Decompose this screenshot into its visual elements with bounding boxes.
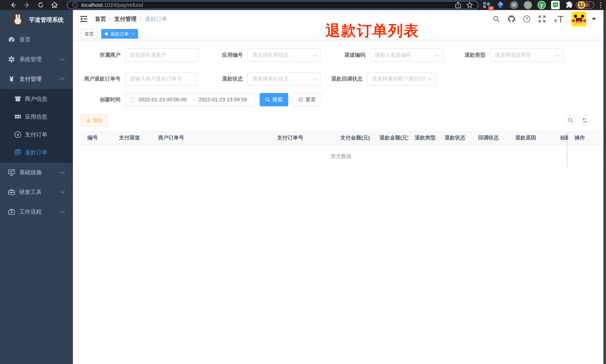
sidebar-item-label: 基础设施 [19, 169, 42, 176]
url-path: :1024/pay/refund [103, 2, 143, 8]
chevron-down-icon [313, 76, 317, 80]
green-dot [526, 3, 530, 7]
site-info-icon[interactable]: i [72, 2, 78, 8]
app-logo[interactable]: 芋道管理系统 [0, 10, 73, 30]
col-refund-type: 退款类型 [408, 134, 438, 141]
browser-home-button[interactable] [50, 0, 60, 10]
sidebar-item-payment[interactable]: ¥ 支付管理 [0, 69, 73, 89]
extension-icon-chat[interactable] [550, 0, 561, 10]
y-glyph: y [540, 2, 543, 8]
date-start-value[interactable]: 2022-01-23 00:00:00 [138, 97, 190, 103]
refund-status-select[interactable]: 请选择退款状态 [247, 72, 321, 86]
browser-update-button[interactable]: 更新 [576, 1, 594, 9]
sidebar-item-workflow[interactable]: 工作流程 [0, 202, 73, 221]
browser-menu-icon[interactable] [600, 2, 602, 8]
placeholder-text: 请输入商户退款订单号 [130, 75, 192, 82]
document-copy-icon [14, 149, 22, 156]
col-id: 编号 [81, 134, 112, 141]
user-avatar[interactable] [571, 12, 586, 26]
fullscreen-icon[interactable] [538, 15, 546, 23]
sidebar-item-refund-order[interactable]: 退款订单 [0, 143, 73, 161]
channel-select[interactable]: 请输入渠道编码 [370, 48, 443, 62]
sidebar-item-dev-tools[interactable]: 研发工具 [0, 182, 73, 202]
sidebar-item-label: 工作流程 [19, 208, 42, 216]
payment-submenu: 商户信息 应用信息 ¥ 支付订单 退款订单 [0, 89, 73, 162]
reset-button-label: 重置 [305, 96, 316, 103]
extensions-puzzle-icon[interactable] [564, 0, 574, 10]
bookmark-star-icon[interactable] [466, 2, 473, 8]
breadcrumb-home[interactable]: 首页 [95, 15, 106, 23]
table-grid-icon [14, 113, 22, 120]
col-operation: 操作 [568, 134, 585, 141]
date-range-separator: - [193, 97, 195, 103]
tag-label: 退款订单 [110, 31, 129, 37]
refresh-button[interactable] [579, 115, 590, 126]
table-header-row: 编号 支付渠道 商户订单号 支付订单号 支付金额(元) 退款金额(元) 退款类型… [81, 131, 602, 145]
page-scrollbar[interactable] [603, 10, 606, 364]
col-refund-reason: 退款原因 [509, 134, 553, 141]
toggle-search-button[interactable] [565, 115, 576, 126]
avatar-dropdown-caret[interactable] [592, 18, 596, 20]
filter-label-merchant: 所属商户 [81, 52, 120, 59]
app-select[interactable]: 请选择应用信息 [247, 48, 321, 62]
yen-circle-icon: ¥ [14, 131, 22, 138]
date-end-value[interactable]: 2022-01-23 23:59:59 [199, 97, 250, 103]
filter-label-channel: 渠道编码 [342, 52, 365, 59]
col-pay-amount: 支付金额(元) [334, 134, 373, 141]
breadcrumb-payment[interactable]: 支付管理 [114, 15, 136, 23]
tag-refund-order[interactable]: 退款订单 × [101, 29, 138, 39]
font-size-icon[interactable] [553, 15, 564, 23]
sidebar-item-home[interactable]: 首页 [0, 30, 73, 50]
sidebar-item-label: 首页 [19, 36, 30, 43]
merchant-refund-no-input[interactable]: 请输入商户退款订单号 [125, 72, 197, 86]
browser-back-button[interactable] [8, 0, 18, 10]
empty-text: 暂无数据 [331, 153, 352, 160]
date-range-picker[interactable]: 2022-01-23 00:00:00 - 2022-01-23 23:59:5… [125, 93, 255, 106]
browser-reload-button[interactable] [36, 0, 46, 10]
refund-type-select[interactable]: 请选择退款类型 [490, 48, 564, 62]
filter-label-merchant-refund-no: 商户退款订单号 [81, 75, 120, 82]
sidebar-item-system[interactable]: 系统管理 [0, 50, 73, 69]
tag-home[interactable]: 首页 [81, 29, 97, 39]
placeholder-text: 请选择退款状态 [252, 75, 311, 82]
svg-text:¥: ¥ [17, 133, 19, 137]
extension-icon-command[interactable]: ⌘ [509, 0, 519, 10]
col-refund-amount: 退款金额(元) [373, 134, 408, 141]
sidebar-item-label: 支付订单 [25, 131, 47, 139]
reset-button[interactable]: 重置 [293, 93, 321, 106]
filter-label-refund-status: 退款状态 [219, 75, 243, 82]
extension-icon-blue-kite[interactable] [495, 0, 506, 10]
extension-badge: 10 [488, 6, 494, 10]
export-button[interactable]: 导出 [81, 115, 108, 126]
sidebar-toggle-icon[interactable] [79, 15, 88, 23]
address-bar[interactable]: i localhost:1024/pay/refund [67, 1, 478, 9]
annotation-title: 退款订单列表 [326, 21, 419, 41]
active-dot [105, 32, 108, 35]
extension-icon-grid-diamond[interactable]: 10 [481, 0, 492, 10]
notify-status-select[interactable]: 请选择通知商户退款结果 [367, 72, 436, 86]
tag-close-icon[interactable]: × [132, 31, 134, 37]
command-glyph: ⌘ [512, 2, 516, 8]
sidebar-item-merchant-info[interactable]: 商户信息 [0, 90, 73, 108]
filter-row-1: 所属商户 请选择所属商户 应用编号 请选择应用信息 渠道编码 请输入渠道编码 退… [81, 48, 602, 62]
help-icon[interactable]: ? [523, 15, 531, 23]
chevron-down-icon [60, 56, 65, 61]
placeholder-text: 请输入渠道编码 [375, 52, 433, 59]
search-icon[interactable] [492, 15, 500, 23]
browser-forward-button[interactable] [22, 0, 32, 10]
sidebar-item-app-info[interactable]: 应用信息 [0, 108, 73, 126]
merchant-select[interactable]: 请选择所属商户 [125, 48, 199, 62]
refund-table: 编号 支付渠道 商户订单号 支付订单号 支付金额(元) 退款金额(元) 退款类型… [81, 131, 602, 168]
chevron-down-icon [60, 208, 65, 213]
col-pay-order-no: 支付订单号 [270, 134, 334, 141]
col-pay-channel: 支付渠道 [112, 134, 151, 141]
search-button[interactable]: 搜索 [260, 93, 288, 106]
share-icon[interactable] [455, 2, 461, 8]
extension-icon-y-logo[interactable]: y [536, 0, 547, 10]
sidebar-item-infrastructure[interactable]: 基础设施 [0, 162, 73, 182]
sidebar-item-payment-order[interactable]: ¥ 支付订单 [0, 126, 73, 143]
github-icon[interactable] [507, 15, 516, 23]
extension-icon-green-dot[interactable] [523, 0, 533, 10]
chevron-down-icon [435, 52, 439, 56]
chevron-down-icon [555, 52, 559, 56]
